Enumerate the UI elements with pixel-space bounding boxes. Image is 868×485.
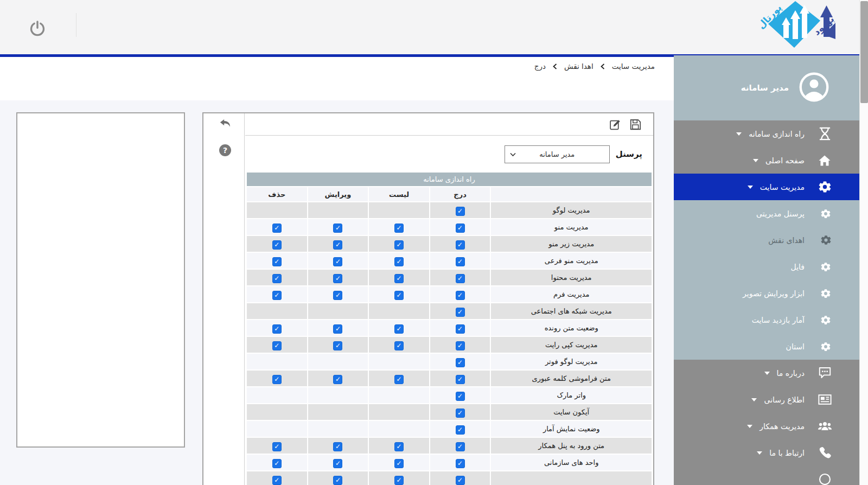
sidebar-item-label: مدیریت همکار [760,422,805,431]
caret-down-icon [736,132,742,136]
sidebar-item-home[interactable]: صفحه اصلی [674,147,859,174]
permission-checkbox-checked[interactable]: ✓ [333,324,342,334]
permission-checkbox-checked[interactable]: ✓ [394,375,404,384]
sidebar-item-site-management[interactable]: مدیریت سایت [674,174,859,200]
permission-checkbox-checked[interactable]: ✓ [456,425,465,435]
sidebar-item-announcements[interactable]: اطلاع رسانی [674,386,859,413]
permission-checkbox-checked[interactable]: ✓ [272,375,282,384]
permission-checkbox-checked[interactable]: ✓ [333,240,342,250]
screen: بهبود پورتال مدیریت سایت اهدا نقش درج [0,0,868,485]
sidebar-subitem-visit-stats[interactable]: آمار بازدید سایت [674,307,859,333]
column-header-delete: حذف [247,187,307,201]
permission-checkbox-checked[interactable]: ✓ [456,375,465,384]
sidebar-item-system-setup[interactable]: راه اندازی سامانه [674,120,859,147]
breadcrumb-item-site-management[interactable]: مدیریت سایت [612,62,655,71]
permission-checkbox-checked[interactable]: ✓ [333,459,342,468]
news-icon [817,392,832,407]
permission-checkbox-checked[interactable]: ✓ [333,375,342,384]
permission-checkbox-checked[interactable]: ✓ [272,341,282,350]
permission-checkbox-checked[interactable]: ✓ [456,240,465,250]
pencil-square-icon [610,119,621,130]
permission-cell: ✓ [369,253,429,269]
page-scrollbar[interactable] [859,0,868,485]
permission-checkbox-checked[interactable]: ✓ [394,224,404,233]
sidebar-item-partner-management[interactable]: مدیریت همکار [674,413,859,439]
permission-checkbox-checked[interactable]: ✓ [394,324,404,334]
permission-checkbox-checked[interactable]: ✓ [456,409,465,418]
panel-body: پرسنل مدیر سامانه راه اندازی سامانه [245,113,653,485]
sidebar: مدیر سامانه راه اندازی سامانه صفحه اصلی [674,55,859,485]
permission-checkbox-checked[interactable]: ✓ [272,476,282,485]
permission-checkbox-checked[interactable]: ✓ [456,392,465,401]
sidebar-subitem-role-grant[interactable]: اهدای نقش [674,227,859,253]
permission-checkbox-checked[interactable]: ✓ [456,257,465,266]
table-row: مدیریت منو فرعی✓✓✓✓ [247,253,652,269]
personnel-select[interactable]: مدیر سامانه [505,145,610,163]
permission-cell [308,202,368,218]
permission-checkbox-checked[interactable]: ✓ [394,257,404,266]
permission-checkbox-checked[interactable]: ✓ [272,442,282,451]
permission-checkbox-checked[interactable]: ✓ [272,240,282,250]
permission-checkbox-checked[interactable]: ✓ [333,476,342,485]
sidebar-subitem-file[interactable]: فایل [674,253,859,280]
permission-checkbox-checked[interactable]: ✓ [456,274,465,283]
permission-checkbox-checked[interactable]: ✓ [394,341,404,350]
back-button[interactable] [219,119,231,129]
table-row: مدیریت فرم✓✓✓✓ [247,286,652,302]
permission-checkbox-checked[interactable]: ✓ [456,459,465,468]
permission-checkbox-checked[interactable]: ✓ [272,324,282,334]
permission-cell [247,404,307,420]
permission-checkbox-checked[interactable]: ✓ [333,442,342,451]
permission-checkbox-checked[interactable]: ✓ [333,291,342,300]
permission-checkbox-checked[interactable]: ✓ [456,476,465,485]
permission-checkbox-checked[interactable]: ✓ [394,291,404,300]
permission-checkbox-checked[interactable]: ✓ [456,341,465,350]
chevron-left-icon [601,63,605,69]
permission-checkbox-checked[interactable]: ✓ [456,324,465,334]
permission-cell: ✓ [308,471,368,485]
permission-checkbox-checked[interactable]: ✓ [394,274,404,283]
permission-checkbox-checked[interactable]: ✓ [333,257,342,266]
permission-cell: ✓ [308,270,368,285]
sidebar-subitem-province[interactable]: استان [674,333,859,360]
permission-checkbox-checked[interactable]: ✓ [394,442,404,451]
permission-checkbox-checked[interactable]: ✓ [272,274,282,283]
permission-checkbox-checked[interactable]: ✓ [333,274,342,283]
permission-checkbox-checked[interactable]: ✓ [456,442,465,451]
permission-checkbox-checked[interactable]: ✓ [456,291,465,300]
save-button[interactable] [630,119,641,130]
permission-checkbox-checked[interactable]: ✓ [394,459,404,468]
sidebar-subitem-admin-personnel[interactable]: پرسنل مدیریتی [674,200,859,227]
permission-checkbox-checked[interactable]: ✓ [456,308,465,317]
permission-checkbox-checked[interactable]: ✓ [333,224,342,233]
permission-checkbox-checked[interactable]: ✓ [272,224,282,233]
permission-checkbox-checked[interactable]: ✓ [272,257,282,266]
header-divider [76,13,76,37]
permission-checkbox-checked[interactable]: ✓ [394,240,404,250]
row-label: مدیریت محتوا [491,270,652,285]
permission-cell [247,421,307,437]
permission-checkbox-checked[interactable]: ✓ [456,358,465,367]
breadcrumb-item-insert: درج [534,62,546,71]
sidebar-subitem-image-editor[interactable]: ابزار ویرایش تصویر [674,280,859,307]
logout-button[interactable] [29,20,46,36]
breadcrumb-item-role-grant[interactable]: اهدا نقش [564,62,593,71]
sidebar-item-partial[interactable] [674,466,859,485]
scrollbar-thumb[interactable] [860,1,868,103]
permission-checkbox-checked[interactable]: ✓ [333,341,342,350]
permission-cell: ✓ [369,455,429,470]
permission-checkbox-checked[interactable]: ✓ [456,207,465,216]
permission-checkbox-checked[interactable]: ✓ [456,224,465,233]
permission-cell: ✓ [430,471,490,485]
row-label: مدیریت لوگو [491,202,652,218]
permission-checkbox-checked[interactable]: ✓ [394,476,404,485]
permission-cell: ✓ [308,438,368,454]
undo-arrow-icon [219,119,231,129]
permission-checkbox-checked[interactable]: ✓ [272,291,282,300]
avatar[interactable] [799,72,829,102]
edit-button[interactable] [610,119,621,130]
sidebar-item-contact-us[interactable]: ارتباط با ما [674,439,859,466]
sidebar-item-about-us[interactable]: درباره ما [674,360,859,386]
permission-checkbox-checked[interactable]: ✓ [272,459,282,468]
help-button[interactable]: ? [219,144,231,156]
